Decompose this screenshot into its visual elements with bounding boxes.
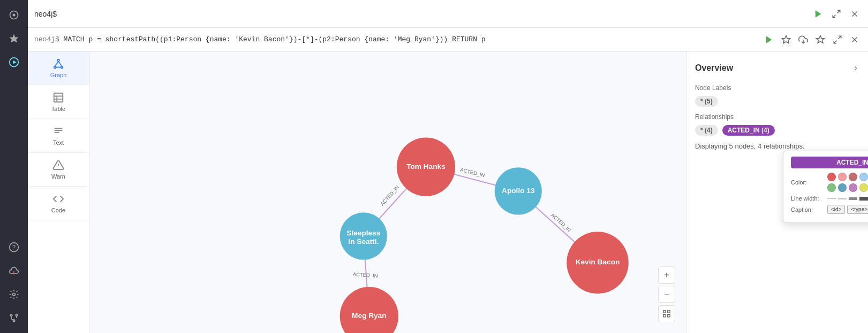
tab-text[interactable]: Text [28, 119, 89, 153]
query-panel: neo4j$ MATCH p = shortestPath((p1:Person… [28, 28, 868, 51]
query-close-button[interactable] [848, 33, 862, 47]
relation-tag-all[interactable]: * (4) [695, 125, 718, 136]
linewidth-4[interactable] [859, 197, 868, 201]
edge-label-acted-in-2: ACTED_IN [379, 184, 401, 206]
close-top-button[interactable] [848, 7, 862, 21]
graph-svg: ACTED_IN ACTED_IN ACTED_IN ACTED_IN [89, 51, 686, 333]
swatch-1[interactable] [827, 173, 836, 181]
zoom-in-button[interactable]: + [658, 267, 675, 284]
svg-point-9 [13, 293, 16, 296]
caption-id-button[interactable]: <id> [827, 205, 845, 214]
tab-warn[interactable]: Warn [28, 153, 89, 187]
top-bar-actions [811, 7, 862, 21]
svg-point-10 [10, 314, 12, 316]
svg-marker-2 [10, 34, 19, 43]
overview-expand-button[interactable]: › [852, 60, 859, 76]
swatch-2[interactable] [838, 173, 847, 181]
query-body: MATCH p = shortestPath((p1:Person {name:… [64, 35, 486, 43]
svg-rect-31 [54, 93, 63, 102]
query-run-button[interactable] [762, 33, 776, 47]
graph-controls: + − [658, 267, 675, 322]
main-content: neo4j$ MATCH p = shortestPath((p1:Person… [28, 0, 868, 333]
line-widths [827, 196, 868, 201]
query-actions [762, 33, 862, 47]
node-sleepless[interactable] [340, 212, 387, 260]
tab-table-label: Table [51, 106, 65, 112]
tab-graph[interactable]: Graph [28, 51, 89, 85]
swatch-11[interactable] [849, 183, 857, 192]
popup-linewidth-row: Line width: [791, 195, 868, 202]
sidebar-icon-help[interactable]: ? [3, 236, 25, 258]
sidebar-icon-home[interactable] [3, 4, 25, 26]
popup-caption-label: Caption: [791, 206, 823, 213]
sidebar-icon-star[interactable] [3, 28, 25, 49]
svg-point-1 [13, 14, 16, 17]
swatch-9[interactable] [827, 183, 836, 192]
node-labels-row: * (5) [695, 96, 859, 107]
linewidth-3[interactable] [849, 197, 857, 200]
top-bar [28, 0, 868, 28]
node-apollo13[interactable] [495, 167, 542, 214]
color-swatches [827, 173, 868, 192]
fit-button[interactable] [658, 305, 675, 322]
tab-code-label: Code [51, 207, 65, 213]
tab-table[interactable]: Table [28, 85, 89, 119]
edge-label-acted-in-4: ACTED_IN [353, 271, 379, 279]
linewidth-2[interactable] [838, 198, 847, 199]
svg-text:?: ? [12, 243, 16, 250]
swatch-3[interactable] [849, 173, 857, 181]
swatch-4[interactable] [859, 173, 868, 181]
node-tom-hanks[interactable] [397, 138, 455, 196]
sidebar-icon-settings[interactable] [3, 284, 25, 305]
svg-line-21 [839, 36, 841, 39]
graph-canvas[interactable]: ACTED_IN ACTED_IN ACTED_IN ACTED_IN [89, 51, 686, 333]
overview-status: Displaying 5 nodes, 4 relationships. [695, 142, 859, 150]
svg-marker-19 [782, 35, 790, 43]
tab-text-label: Text [53, 139, 64, 146]
node-tag-all[interactable]: * (5) [695, 96, 718, 107]
svg-marker-13 [816, 10, 821, 18]
node-labels-section: Node Labels [695, 84, 859, 92]
svg-marker-4 [13, 61, 17, 64]
svg-marker-18 [766, 36, 772, 43]
svg-point-25 [57, 60, 59, 62]
linewidth-1[interactable] [827, 198, 836, 199]
sidebar-icon-cloud-error[interactable] [3, 260, 25, 282]
caption-buttons: <id> <type> roles [827, 205, 868, 214]
overview-panel: Overview › Node Labels * (5) Relationshi… [686, 51, 868, 333]
popup-color-label: Color: [791, 179, 823, 186]
query-pin-button[interactable] [813, 33, 827, 47]
expand-button[interactable] [829, 7, 843, 21]
svg-point-11 [16, 314, 17, 316]
caption-type-button[interactable]: <type> [847, 205, 868, 214]
svg-line-28 [55, 61, 58, 66]
zoom-out-button[interactable]: − [658, 286, 675, 303]
tab-code[interactable]: Code [28, 187, 89, 220]
view-tabs: Graph Table Text Warn Code [28, 51, 89, 333]
sidebar-icon-play[interactable] [3, 51, 25, 73]
relation-row: * (4) ACTED_IN (4) [695, 125, 859, 136]
run-query-button[interactable] [811, 7, 825, 21]
relation-tag-acted[interactable]: ACTED_IN (4) [722, 125, 775, 136]
svg-line-22 [834, 40, 836, 43]
node-kevin-bacon[interactable] [567, 232, 629, 294]
query-favorite-button[interactable] [779, 33, 793, 47]
relations-section: Relationships [695, 113, 859, 121]
popup-header: ACTED_IN [791, 157, 868, 168]
svg-rect-42 [663, 315, 666, 317]
svg-point-8 [14, 273, 14, 274]
svg-line-14 [837, 10, 840, 13]
top-bar-input[interactable] [34, 10, 807, 18]
overview-header: Overview › [695, 60, 859, 76]
popup-caption-row: Caption: <id> <type> roles [791, 205, 868, 214]
query-expand-button[interactable] [831, 33, 844, 47]
swatch-12[interactable] [859, 183, 868, 192]
svg-line-29 [58, 61, 62, 66]
tab-graph-label: Graph [50, 72, 67, 78]
swatch-10[interactable] [838, 183, 847, 192]
sidebar: ? [0, 0, 28, 333]
query-download-button[interactable] [796, 33, 810, 47]
overview-title: Overview [695, 63, 733, 73]
sidebar-icon-git[interactable] [3, 307, 25, 329]
node-meg-ryan[interactable] [340, 287, 398, 333]
